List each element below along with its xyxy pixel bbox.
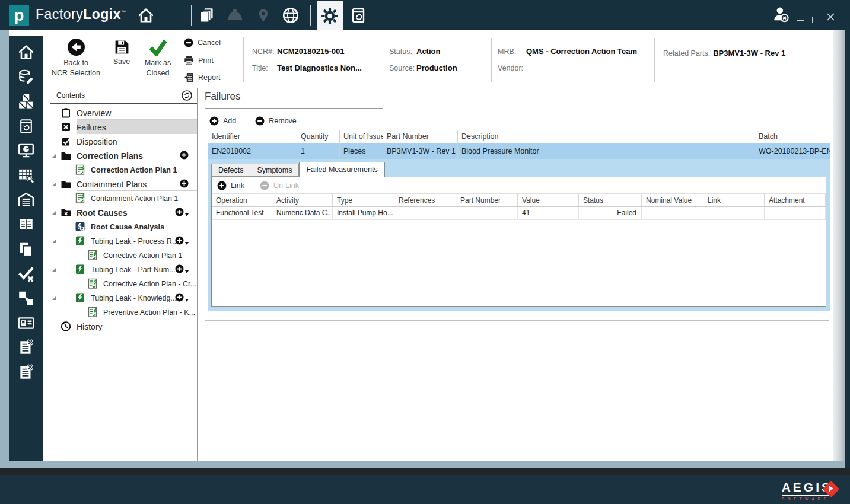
globe-icon[interactable] [281,6,300,25]
column-header[interactable]: Part Number [456,194,518,206]
tab-failed-measurements[interactable]: Failed Measurements [299,162,384,177]
tree-item-tubing-leak-part-number[interactable]: Tubing Leak - Part Num... [50,262,197,276]
column-header[interactable]: Quantity [297,130,340,143]
copy-documents-icon[interactable] [17,240,35,258]
add-failure-button[interactable]: Add [209,116,236,126]
tree-item-history[interactable]: History [50,319,197,333]
warehouse-icon[interactable] [17,191,35,209]
unlink-button[interactable]: Un-Link [260,181,299,190]
backup-icon[interactable] [349,6,368,25]
monitor-chart-icon[interactable] [17,142,35,160]
column-header[interactable]: References [394,194,456,206]
minus-circle-icon-disabled [260,181,269,190]
column-header[interactable]: Identifier [208,130,297,143]
folder-icon [61,178,71,189]
toolbar-separator [383,38,383,82]
tree-item-correction-action-plan-1[interactable]: Correction Action Plan 1 [50,162,197,177]
lower-detail-panel [205,320,829,452]
transfer-icon[interactable] [17,289,35,307]
tree-item-disposition[interactable]: Disposition [50,134,197,148]
tree-item-preventive-action-plan-k[interactable]: Preventive Action Plan - K... [50,305,197,319]
tree-item-corrective-action-plan-1[interactable]: Corrective Action Plan 1 [50,248,197,262]
link-button[interactable]: Link [217,181,244,190]
contents-title: Contents [56,91,182,100]
remove-failure-button[interactable]: Remove [255,116,297,126]
add-action-plan-button[interactable] [175,264,189,273]
tab-symptoms[interactable]: Symptoms [250,164,299,177]
ncr-title-value: Test Diagnostics Non... [277,63,362,72]
tree-item-root-cause-analysis[interactable]: Root Cause Analysis [50,219,197,234]
column-header[interactable]: Operation [212,194,272,206]
home-icon[interactable] [17,43,35,61]
column-header[interactable]: Description [458,130,755,143]
checklist-x-icon[interactable] [17,339,35,356]
expander-caret[interactable] [52,296,56,300]
tree-item-tubing-leak-process[interactable]: Tubing Leak - Process R... [50,234,197,248]
print-button[interactable]: Print [184,55,214,65]
column-header[interactable]: Activity [272,194,333,206]
tab-defects[interactable]: Defects [211,164,250,177]
column-header[interactable]: Attachment [765,194,826,206]
home-icon[interactable] [136,6,155,25]
report-button[interactable]: Report [184,72,221,82]
maximize-button[interactable] [812,17,819,23]
check-x-icon[interactable] [17,265,35,283]
checklist-x-icon[interactable] [17,363,35,381]
restore-document-icon[interactable] [17,117,35,135]
expander-caret[interactable] [52,239,56,243]
column-header[interactable]: Value [518,194,579,206]
add-plan-button[interactable] [180,151,189,160]
database-edit-icon[interactable] [17,68,35,86]
location-icon[interactable] [254,6,273,25]
back-to-ncr-button[interactable]: Back to NCR Selection [50,38,102,78]
close-button[interactable] [827,13,835,21]
add-action-plan-button[interactable] [175,293,189,302]
related-parts-value: BP3MV1-3W - Rev 1 [713,49,785,58]
hardhat-icon[interactable] [225,6,244,25]
add-action-plan-button[interactable] [175,236,189,245]
crates-icon[interactable] [17,92,35,110]
column-header[interactable]: Link [703,194,765,206]
mrb-value: QMS - Correction Action Team [526,47,637,56]
mark-as-closed-button[interactable]: Mark as Closed [139,38,177,78]
book-icon[interactable] [17,216,35,234]
column-header[interactable]: Nominal Value [642,194,703,206]
column-header[interactable]: Type [333,194,394,206]
left-icon-rail [9,36,43,461]
refresh-icon[interactable] [182,90,192,101]
history-icon [61,321,71,331]
expander-caret[interactable] [52,154,56,158]
column-header[interactable]: Unit of Issue [340,130,383,143]
add-root-cause-button[interactable] [175,208,189,216]
column-header[interactable]: Batch [755,130,830,143]
expander-caret[interactable] [52,267,56,272]
table-search-icon[interactable] [17,167,35,184]
column-header[interactable]: Status [579,194,642,206]
tree-item-containment-action-plan-1[interactable]: Containment Action Plan 1 [50,191,197,205]
app-logo: p [9,5,29,26]
id-card-icon[interactable] [17,314,35,332]
folder-x-icon [61,207,71,218]
analysis-icon [75,221,85,232]
tree-item-tubing-leak-knowledge[interactable]: Tubing Leak - Knowledg... [50,291,197,305]
tree-item-overview[interactable]: Overview [50,106,197,120]
measurement-row[interactable]: Functional Test Numeric Data C... Instal… [212,207,826,220]
user-logout-icon[interactable] [771,5,790,24]
minimize-button[interactable] [797,17,804,21]
dropdown-caret [185,299,189,302]
tree-item-containment-plans[interactable]: Containment Plans [50,177,197,191]
failure-row-selected[interactable]: EN2018002 1 Pieces BP3MV1-3W - Rev 1 Blo… [208,143,830,159]
scrollbar-track[interactable] [833,30,845,461]
tree-item-correction-plans[interactable]: Correction Plans [50,148,197,162]
save-button[interactable]: Save [108,39,135,67]
tree-item-failures[interactable]: Failures [50,120,197,134]
tree-item-corrective-action-plan-cr[interactable]: Corrective Action Plan - Cr... [50,276,197,291]
cancel-button[interactable]: Cancel [184,38,221,47]
documents-icon[interactable] [198,6,217,25]
tree-item-root-causes[interactable]: Root Causes [50,205,197,219]
expander-caret[interactable] [52,182,56,186]
add-plan-button[interactable] [180,179,189,188]
column-header[interactable]: Part Number [383,130,458,143]
settings-tab-active[interactable] [317,1,343,30]
expander-caret[interactable] [52,210,56,215]
